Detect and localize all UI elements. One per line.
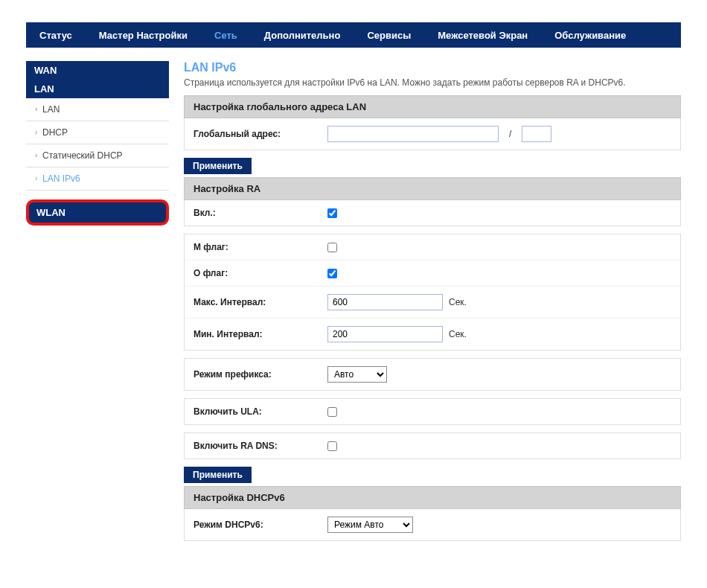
sidebar-item-static-dhcp[interactable]: Статический DHCP xyxy=(26,144,169,167)
ra-enable-checkbox[interactable] xyxy=(327,208,337,218)
section-global-address: Настройка глобального адреса LAN xyxy=(184,95,681,118)
sidebar-wlan-header[interactable]: WLAN xyxy=(26,199,169,226)
m-flag-checkbox[interactable] xyxy=(327,243,337,252)
panel-ra-flags: M флаг: O флаг: Макс. Интервал: Сек. Мин… xyxy=(184,234,681,351)
section-dhcpv6: Настройка DHCPv6 xyxy=(184,486,681,509)
main-content: LAN IPv6 Страница используется для настр… xyxy=(184,61,681,549)
page-desc: Страница используется для настройки IPv6… xyxy=(184,77,681,88)
max-interval-unit: Сек. xyxy=(449,297,467,307)
panel-ula: Включить ULA: xyxy=(184,398,681,425)
global-address-input[interactable] xyxy=(327,126,499,142)
dhcpv6-mode-label: Режим DHCPv6: xyxy=(193,520,327,530)
prefix-mode-label: Режим префикса: xyxy=(193,369,327,380)
global-prefix-input[interactable] xyxy=(522,126,551,142)
slash-separator: / xyxy=(505,129,516,139)
min-interval-input[interactable] xyxy=(327,326,443,342)
nav-advanced[interactable]: Дополнительно xyxy=(251,22,354,48)
prefix-mode-select[interactable]: Авто xyxy=(327,366,387,383)
nav-status[interactable]: Статус xyxy=(26,22,86,48)
nav-maintenance[interactable]: Обслуживание xyxy=(541,22,639,48)
sidebar-lan-header[interactable]: LAN xyxy=(26,80,169,98)
nav-firewall[interactable]: Межсетевой Экран xyxy=(424,22,541,48)
sidebar-item-lan-ipv6[interactable]: LAN IPv6 xyxy=(26,167,169,191)
section-ra: Настройка RA xyxy=(184,177,681,200)
max-interval-label: Макс. Интервал: xyxy=(193,297,327,307)
panel-global-address: Глобальный адрес: / xyxy=(184,118,681,150)
ra-enable-label: Вкл.: xyxy=(193,208,327,218)
m-flag-label: M флаг: xyxy=(193,242,327,252)
o-flag-checkbox[interactable] xyxy=(327,269,337,278)
nav-services[interactable]: Сервисы xyxy=(354,22,424,48)
panel-ra-dns: Включить RA DNS: xyxy=(184,432,681,459)
max-interval-input[interactable] xyxy=(327,294,443,310)
ra-dns-checkbox[interactable] xyxy=(327,441,337,451)
sidebar-item-lan[interactable]: LAN xyxy=(26,98,169,121)
panel-prefix-mode: Режим префикса: Авто xyxy=(184,358,681,391)
o-flag-label: O флаг: xyxy=(193,268,327,278)
panel-ra-enable: Вкл.: xyxy=(184,200,681,226)
apply-button-1[interactable]: Применить xyxy=(184,158,252,174)
ula-checkbox[interactable] xyxy=(327,407,337,417)
dhcpv6-mode-select[interactable]: Режим Авто xyxy=(327,517,413,533)
apply-button-2[interactable]: Применить xyxy=(184,467,252,483)
global-address-label: Глобальный адрес: xyxy=(193,129,327,139)
min-interval-unit: Сек. xyxy=(449,329,467,339)
page-title: LAN IPv6 xyxy=(184,61,681,74)
ra-dns-label: Включить RA DNS: xyxy=(193,441,327,451)
top-nav: Статус Мастер Настройки Сеть Дополнитель… xyxy=(26,22,681,48)
ula-label: Включить ULA: xyxy=(193,406,327,417)
sidebar-wan-header[interactable]: WAN xyxy=(26,61,169,80)
sidebar: WAN LAN LAN DHCP Статический DHCP LAN IP… xyxy=(26,61,169,549)
nav-wizard[interactable]: Мастер Настройки xyxy=(86,22,201,48)
nav-network[interactable]: Сеть xyxy=(201,22,251,48)
min-interval-label: Мин. Интервал: xyxy=(193,329,327,339)
sidebar-item-dhcp[interactable]: DHCP xyxy=(26,121,169,144)
panel-dhcpv6: Режим DHCPv6: Режим Авто xyxy=(184,509,681,541)
